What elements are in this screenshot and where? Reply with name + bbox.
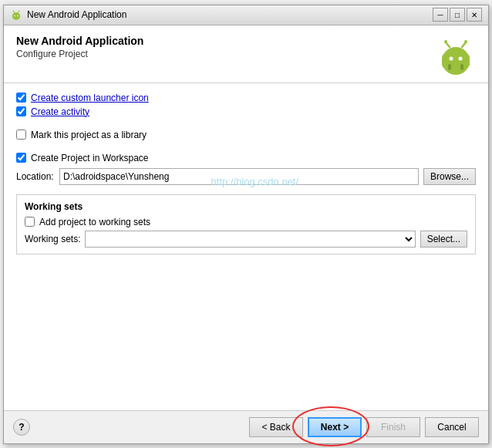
- help-button[interactable]: ?: [13, 419, 30, 436]
- finish-button[interactable]: Finish: [366, 417, 420, 437]
- svg-point-3: [17, 15, 19, 17]
- svg-line-4: [13, 11, 15, 12]
- create-activity-row: Create activity: [16, 106, 476, 117]
- add-to-working-sets-checkbox[interactable]: [25, 217, 35, 227]
- svg-point-12: [444, 40, 447, 43]
- mark-as-library-checkbox[interactable]: [16, 130, 26, 140]
- svg-rect-14: [448, 64, 451, 70]
- location-row: Location: Browse...: [16, 168, 476, 185]
- page-subtitle: Configure Project: [16, 49, 143, 59]
- create-in-workspace-row: Create Project in Workspace: [16, 153, 476, 163]
- close-button[interactable]: ✕: [467, 8, 482, 22]
- android-title-icon: [10, 8, 22, 21]
- working-sets-title: Working sets: [25, 201, 467, 212]
- add-to-working-sets-row: Add project to working sets: [25, 217, 467, 227]
- working-sets-group: Working sets Add project to working sets…: [16, 194, 476, 254]
- browse-button[interactable]: Browse...: [423, 168, 476, 185]
- svg-point-2: [14, 15, 15, 17]
- create-launcher-icon-row: Create custom launcher icon: [16, 93, 476, 103]
- svg-point-8: [450, 56, 453, 60]
- minimize-button[interactable]: ─: [433, 8, 448, 22]
- location-input[interactable]: [59, 168, 419, 185]
- working-sets-dropdown[interactable]: [85, 231, 415, 248]
- create-in-workspace-label: Create Project in Workspace: [31, 153, 149, 163]
- footer-left: ?: [13, 419, 30, 436]
- working-sets-label: Working sets:: [25, 234, 80, 244]
- svg-line-10: [446, 42, 450, 47]
- maximize-button[interactable]: □: [450, 8, 465, 22]
- svg-point-9: [459, 56, 463, 60]
- page-title: New Android Application: [16, 35, 143, 47]
- svg-rect-7: [442, 53, 470, 69]
- svg-rect-15: [460, 64, 463, 70]
- svg-rect-1: [12, 14, 20, 19]
- select-button[interactable]: Select...: [420, 231, 467, 248]
- back-button[interactable]: < Back: [249, 417, 303, 437]
- create-activity-label[interactable]: Create activity: [31, 106, 89, 117]
- main-window: New Android Application ─ □ ✕ New Androi…: [3, 5, 489, 444]
- add-to-working-sets-label: Add project to working sets: [39, 217, 150, 227]
- mark-as-library-label: Mark this project as a library: [31, 130, 147, 140]
- svg-line-11: [462, 42, 466, 47]
- working-sets-select-row: Working sets: Select...: [25, 231, 467, 248]
- footer: ? < Back Next > Finish Cancel: [4, 410, 488, 443]
- footer-right: < Back Next > Finish Cancel: [249, 417, 479, 437]
- cancel-button[interactable]: Cancel: [425, 417, 479, 437]
- android-logo: [436, 35, 476, 75]
- create-activity-checkbox[interactable]: [16, 106, 26, 116]
- header-text: New Android Application Configure Projec…: [16, 35, 143, 59]
- next-btn-wrapper: Next >: [308, 417, 362, 437]
- create-launcher-icon-checkbox[interactable]: [16, 93, 26, 103]
- svg-line-5: [19, 11, 20, 12]
- title-bar-controls: ─ □ ✕: [433, 8, 482, 22]
- header-area: New Android Application Configure Projec…: [4, 25, 488, 83]
- location-label: Location:: [16, 171, 55, 182]
- create-launcher-icon-label[interactable]: Create custom launcher icon: [31, 93, 149, 103]
- mark-as-library-row: Mark this project as a library: [16, 130, 476, 140]
- content-area: http://blog.csdn.net/ Create custom laun…: [4, 83, 488, 410]
- next-button[interactable]: Next >: [308, 417, 362, 437]
- title-bar-text: New Android Application: [27, 9, 428, 20]
- title-bar: New Android Application ─ □ ✕: [4, 5, 488, 25]
- create-in-workspace-checkbox[interactable]: [16, 153, 26, 163]
- svg-point-13: [464, 40, 467, 43]
